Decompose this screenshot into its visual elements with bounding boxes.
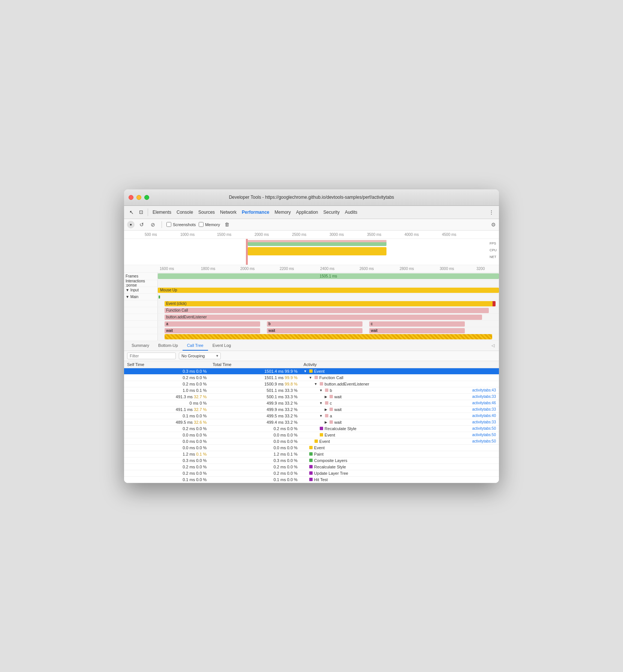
collapse-panel-button[interactable]: ◁ bbox=[490, 341, 496, 351]
timeline-ruler-top: 500 ms 1000 ms 1500 ms 2000 ms 2500 ms 3… bbox=[124, 231, 499, 239]
table-row[interactable]: 0.2 ms 0.0 %0.2 ms 0.0 %Update Layer Tre… bbox=[124, 470, 499, 476]
grouping-select[interactable]: No Grouping Group by Activity Group by U… bbox=[179, 352, 221, 359]
panel-toggle-button[interactable]: ⊡ bbox=[137, 208, 145, 216]
th-self-time: Self Time bbox=[124, 361, 210, 368]
expand-arrow[interactable]: ▼ bbox=[319, 401, 323, 405]
table-row[interactable]: 0.0 ms 0.0 %0.0 ms 0.0 %Event bbox=[124, 444, 499, 451]
table-row[interactable]: 0.2 ms 0.0 %0.2 ms 0.0 %Recalculate Styl… bbox=[124, 464, 499, 470]
expand-arrow[interactable]: ▼ bbox=[304, 369, 307, 373]
stop-button[interactable]: ⊘ bbox=[149, 220, 157, 229]
tab-performance[interactable]: Performance bbox=[240, 208, 271, 216]
activity-name: wait bbox=[334, 394, 342, 399]
tab-security[interactable]: Security bbox=[321, 208, 342, 216]
table-row[interactable]: 0.0 ms 0.0 %0.0 ms 0.0 %Eventactivitytab… bbox=[124, 432, 499, 438]
frames-content: 1505.1 ms bbox=[158, 273, 499, 280]
settings-button[interactable]: ⚙ bbox=[491, 222, 496, 228]
minimize-button[interactable] bbox=[136, 195, 141, 200]
close-button[interactable] bbox=[129, 195, 133, 200]
table-row[interactable]: 491.1 ms 32.7 %499.9 ms 33.2 %▶waitactiv… bbox=[124, 406, 499, 412]
expand-arrow[interactable]: ▼ bbox=[319, 388, 323, 392]
memory-checkbox-label[interactable]: Memory bbox=[199, 222, 220, 227]
table-row[interactable]: 1.0 ms 0.1 %501.1 ms 33.3 %▼bactivitytab… bbox=[124, 387, 499, 393]
cell-self-time: 0.2 ms 0.0 % bbox=[124, 470, 210, 476]
screenshots-checkbox-label[interactable]: Screenshots bbox=[166, 222, 196, 227]
tab-summary[interactable]: Summary bbox=[127, 341, 154, 351]
tab-call-tree[interactable]: Call Tree bbox=[183, 341, 208, 351]
cell-activity: ▼Function Call bbox=[301, 374, 499, 381]
tab-application[interactable]: Application bbox=[294, 208, 320, 216]
more-tools-button[interactable]: ⋮ bbox=[487, 208, 496, 216]
screenshots-checkbox[interactable] bbox=[166, 222, 171, 227]
maximize-button[interactable] bbox=[144, 195, 149, 200]
memory-checkbox[interactable] bbox=[199, 222, 204, 227]
table-row[interactable]: 491.3 ms 32.7 %500.1 ms 33.3 %▶waitactiv… bbox=[124, 393, 499, 400]
table-row[interactable]: 0.0 ms 0.0 %0.0 ms 0.0 %Eventactivitytab… bbox=[124, 438, 499, 444]
tab-bottom-up[interactable]: Bottom-Up bbox=[154, 341, 183, 351]
main-label: ▼ Main bbox=[124, 294, 158, 300]
main-green-marker bbox=[159, 296, 160, 298]
tab-elements[interactable]: Elements bbox=[150, 208, 174, 216]
call-tree-table-container[interactable]: Self Time Total Time Activity 0.3 ms 0.0… bbox=[124, 361, 499, 483]
table-row[interactable]: 0.3 ms 0.0 %0.3 ms 0.0 %Composite Layers bbox=[124, 457, 499, 464]
tab-memory[interactable]: Memory bbox=[272, 208, 293, 216]
flame-row-addeventlistener: button.addEventListener bbox=[124, 314, 499, 321]
activity-link[interactable]: activitytabs:43 bbox=[472, 388, 496, 392]
activity-link[interactable]: activitytabs:46 bbox=[472, 401, 496, 405]
clear-button[interactable]: 🗑 bbox=[225, 222, 229, 227]
table-row[interactable]: 489.5 ms 32.6 %499.4 ms 33.2 %▶waitactiv… bbox=[124, 419, 499, 425]
expand-arrow[interactable]: ▼ bbox=[314, 382, 317, 386]
activity-name: Paint bbox=[314, 452, 323, 456]
activity-link[interactable]: activitytabs:33 bbox=[472, 394, 496, 399]
cursor-tool-button[interactable]: ↖ bbox=[127, 208, 136, 216]
activity-link[interactable]: activitytabs:50 bbox=[472, 433, 496, 437]
tab-sources[interactable]: Sources bbox=[196, 208, 217, 216]
timeline-ruler-bottom: 1600 ms 1800 ms 2000 ms 2200 ms 2400 ms … bbox=[124, 265, 499, 273]
activity-link[interactable]: activitytabs:40 bbox=[472, 414, 496, 418]
ruler2-tick-1800: 1800 ms bbox=[201, 267, 215, 271]
flame-row-bottom-yellow-label bbox=[124, 334, 158, 340]
activity-link[interactable]: activitytabs:50 bbox=[472, 439, 496, 443]
reload-record-button[interactable]: ↺ bbox=[138, 220, 146, 229]
tab-audits[interactable]: Audits bbox=[343, 208, 359, 216]
table-row[interactable]: 0 ms 0 %499.9 ms 33.2 %▼cactivitytabs:46 bbox=[124, 400, 499, 406]
expand-arrow[interactable]: ▼ bbox=[319, 414, 323, 418]
activity-color-swatch bbox=[329, 395, 333, 398]
cell-self-time: 491.3 ms 32.7 % bbox=[124, 393, 210, 400]
cell-total-time: 499.5 ms 33.2 % bbox=[210, 412, 301, 419]
tab-network[interactable]: Network bbox=[218, 208, 239, 216]
activity-name: wait bbox=[334, 407, 342, 412]
activity-name: Function Call bbox=[319, 375, 343, 380]
activity-link[interactable]: activitytabs:50 bbox=[472, 426, 496, 430]
expand-arrow[interactable]: ▶ bbox=[325, 408, 327, 411]
activity-link[interactable]: activitytabs:33 bbox=[472, 420, 496, 424]
tab-console[interactable]: Console bbox=[174, 208, 195, 216]
ruler2-tick-2000: 2000 ms bbox=[240, 267, 255, 271]
activity-link[interactable]: activitytabs:33 bbox=[472, 407, 496, 411]
table-row[interactable]: 0.1 ms 0.0 %499.5 ms 33.2 %▼aactivitytab… bbox=[124, 412, 499, 419]
activity-name: Event bbox=[314, 446, 325, 450]
expand-arrow[interactable]: ▼ bbox=[309, 376, 312, 380]
table-row[interactable]: 0.2 ms 0.0 %1500.9 ms 99.8 %▼button.addE… bbox=[124, 381, 499, 387]
record-button[interactable]: ● bbox=[127, 221, 135, 228]
expand-arrow[interactable]: ▶ bbox=[325, 420, 327, 424]
filter-input[interactable] bbox=[127, 352, 176, 359]
expand-arrow[interactable]: ▶ bbox=[325, 395, 327, 399]
ruler2-tick-2800: 2800 ms bbox=[400, 267, 414, 271]
table-row[interactable]: 0.3 ms 0.0 %1501.4 ms 99.9 %▼Event bbox=[124, 368, 499, 374]
activity-color-swatch bbox=[309, 446, 313, 449]
cell-total-time: 1501.1 ms 99.9 % bbox=[210, 374, 301, 381]
input-track: ▼ Input Mouse Up bbox=[124, 287, 499, 294]
table-row[interactable]: 0.2 ms 0.0 %1501.1 ms 99.9 %▼Function Ca… bbox=[124, 374, 499, 381]
table-row[interactable]: 1.2 ms 0.1 %1.2 ms 0.1 %Paint bbox=[124, 451, 499, 457]
cell-self-time: 0.0 ms 0.0 % bbox=[124, 444, 210, 451]
table-row[interactable]: 0.1 ms 0.0 %0.1 ms 0.0 %Hit Test bbox=[124, 476, 499, 483]
cell-total-time: 0.2 ms 0.0 % bbox=[210, 425, 301, 432]
activity-name: Update Layer Tree bbox=[314, 471, 348, 476]
window-title: Developer Tools - https://googlechrome.g… bbox=[129, 195, 494, 200]
tab-event-log[interactable]: Event Log bbox=[208, 341, 236, 351]
activity-color-swatch bbox=[325, 414, 328, 417]
table-row[interactable]: 0.2 ms 0.0 %0.2 ms 0.0 %Recalculate Styl… bbox=[124, 425, 499, 432]
cell-self-time: 1.0 ms 0.1 % bbox=[124, 387, 210, 393]
cell-activity: ▼aactivitytabs:40 bbox=[301, 412, 499, 419]
memory-label: Memory bbox=[205, 222, 220, 227]
